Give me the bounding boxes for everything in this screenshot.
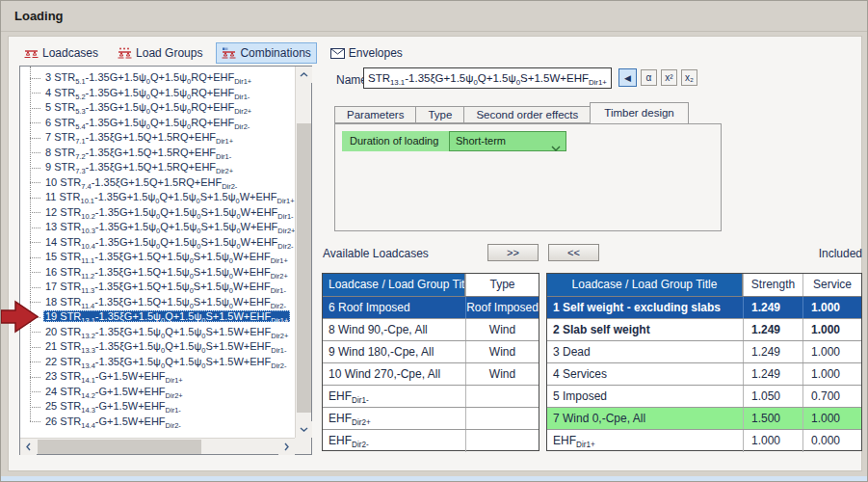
load-groups-icon: [118, 47, 132, 60]
combination-item[interactable]: 22 STR13.4-1.35ξG+1.5ψ0Q+1.5ψ0S+1.5W+EHF…: [20, 355, 295, 370]
included-loadcase-row[interactable]: 7 Wind 0,-Cpe, All1.5001.000: [547, 408, 861, 430]
loadcase-title: 8 Wind 90,-Cpe, All: [323, 319, 465, 340]
scroll-up-icon[interactable]: [296, 67, 312, 83]
scroll-down-icon[interactable]: [296, 421, 312, 438]
column-header-title[interactable]: Loadcase / Load Group Title: [547, 274, 743, 296]
loadcase-type: Wind: [465, 363, 539, 385]
duration-of-loading-value: Short-term: [456, 135, 506, 147]
available-loadcase-row[interactable]: EHFDir2-: [323, 430, 539, 452]
scrollbar-corner: [295, 438, 311, 454]
combination-item[interactable]: 10 STR7.4-1.35ξG+1.5Q+1.5RQ+EHFDir2-: [20, 175, 295, 191]
included-label: Included: [785, 247, 862, 260]
combination-item[interactable]: 23 STR14.1-G+1.5W+EHFDir1+: [20, 369, 295, 385]
combination-item[interactable]: 8 STR7.2-1.35ξG+1.5Q+1.5RQ+EHFDir1-: [20, 146, 295, 161]
column-header-service[interactable]: Service: [802, 274, 861, 296]
view-tab-bar: Loadcases Load Groups Combinations Envel…: [18, 42, 408, 64]
duration-of-loading-select[interactable]: Short-term: [449, 131, 566, 151]
remove-from-combination-button[interactable]: <<: [548, 244, 599, 261]
service-factor: 1.000: [802, 319, 861, 340]
tree-branch-line: [30, 228, 40, 228]
scroll-right-icon[interactable]: [278, 439, 295, 455]
tree-horizontal-scrollbar[interactable]: [20, 438, 295, 454]
combination-item[interactable]: 16 STR11.2-1.35ξG+1.5Q+1.5ψ0S+1.5ψ0W+EHF…: [20, 265, 295, 281]
horizontal-scroll-thumb[interactable]: [38, 440, 201, 454]
window-title: Loading: [14, 9, 64, 23]
loadcase-type: Wind: [465, 319, 539, 340]
combination-item[interactable]: 17 STR11.3-1.35ξG+1.5Q+1.5ψ0S+1.5ψ0W+EHF…: [20, 280, 295, 295]
tree-branch-line: [30, 242, 40, 243]
tree-branch-line: [30, 198, 40, 199]
superscript-button[interactable]: x²: [661, 69, 677, 86]
scroll-left-icon[interactable]: [20, 439, 37, 455]
tab-loadcases[interactable]: Loadcases: [18, 42, 104, 64]
add-to-combination-button[interactable]: >>: [487, 244, 539, 261]
combination-item[interactable]: 3 STR5.1-1.35G+1.5ψ0Q+1.5ψ0RQ+EHFDir1+: [20, 70, 295, 86]
available-table-header: Loadcase / Load Group Title Type: [323, 274, 539, 297]
combination-item[interactable]: 19 STR13.1-1.35ξG+1.5ψ0Q+1.5ψ0S+1.5W+EHF…: [20, 309, 295, 325]
name-input[interactable]: STR13.1-1.35ξG+1.5ψ0Q+1.5ψ0S+1.5W+EHFDir…: [363, 67, 612, 89]
tab-envelopes[interactable]: Envelopes: [325, 42, 408, 64]
combination-item[interactable]: 14 STR10.4-1.35G+1.5ψ0Q+1.5ψ0S+1.5ψ0W+EH…: [20, 235, 295, 251]
combination-item[interactable]: 20 STR13.2-1.35ξG+1.5ψ0Q+1.5ψ0S+1.5W+EHF…: [20, 325, 295, 340]
combination-item[interactable]: 25 STR14.3-G+1.5W+EHFDir1-: [20, 399, 295, 415]
combination-item[interactable]: 6 STR5.4-1.35G+1.5ψ0Q+1.5ψ0RQ+EHFDir2-: [20, 116, 295, 131]
tree-branch-line: [30, 421, 40, 422]
insert-symbol-button[interactable]: ◀: [618, 68, 637, 87]
tab-type[interactable]: Type: [415, 106, 463, 123]
combination-item[interactable]: 26 STR14.4-G+1.5W+EHFDir2-: [20, 415, 295, 430]
included-loadcase-row[interactable]: 1 Self weight - excluding slabs1.2491.00…: [547, 297, 861, 319]
combination-item[interactable]: 24 STR14.2-G+1.5W+EHFDir2+: [20, 385, 295, 400]
combination-item[interactable]: 9 STR7.3-1.35ξG+1.5Q+1.5RQ+EHFDir2+: [20, 160, 295, 175]
tab-combinations[interactable]: Combinations: [216, 42, 316, 64]
strength-factor: 1.249: [743, 363, 802, 385]
included-loadcase-row[interactable]: 4 Services1.2491.000: [547, 363, 861, 386]
tree-branch-line: [30, 78, 40, 79]
available-loadcases-table: Loadcase / Load Group Title Type 6 Roof …: [322, 273, 539, 451]
alpha-button[interactable]: α: [641, 69, 657, 86]
tree-branch-line: [30, 377, 40, 378]
column-header-type[interactable]: Type: [465, 274, 539, 296]
subscript-button[interactable]: x₂: [681, 69, 697, 86]
included-loadcase-row[interactable]: 5 Imposed1.0500.700: [547, 386, 861, 408]
loadcase-title: EHFDir1-: [323, 386, 465, 407]
combination-item[interactable]: 13 STR10.3-1.35G+1.5ψ0Q+1.5ψ0S+1.5ψ0W+EH…: [20, 220, 295, 235]
tree-branch-line: [30, 152, 40, 153]
combination-item[interactable]: 12 STR10.2-1.35G+1.5ψ0Q+1.5ψ0S+1.5ψ0W+EH…: [20, 205, 295, 221]
loadcase-type: [465, 408, 539, 429]
design-tab-bar: Parameters Type Second order effects Tim…: [334, 102, 689, 123]
tab-parameters[interactable]: Parameters: [334, 106, 415, 123]
included-loadcase-row[interactable]: 2 Slab self weight1.2491.000: [547, 319, 861, 341]
tab-timber-design[interactable]: Timber design: [590, 102, 688, 123]
available-loadcase-row[interactable]: 6 Roof ImposedRoof Imposed: [323, 297, 539, 319]
included-loadcase-row[interactable]: 3 Dead1.2491.000: [547, 341, 861, 363]
available-loadcase-row[interactable]: 8 Wind 90,-Cpe, AllWind: [323, 319, 539, 341]
tab-envelopes-label: Envelopes: [349, 46, 403, 60]
chevron-down-icon: [551, 139, 561, 157]
available-loadcase-row[interactable]: 9 Wind 180,-Cpe, AllWind: [323, 341, 539, 363]
combination-item[interactable]: 4 STR5.2-1.35G+1.5ψ0Q+1.5ψ0RQ+EHFDir1-: [20, 86, 295, 101]
loadcase-title: EHFDir1+: [547, 430, 743, 452]
included-loadcase-row[interactable]: EHFDir1+1.0000.000: [547, 430, 861, 452]
combination-item[interactable]: 21 STR13.3-1.35ξG+1.5ψ0Q+1.5ψ0S+1.5W+EHF…: [20, 339, 295, 355]
available-loadcase-row[interactable]: 10 Wind 270,-Cpe, AllWind: [323, 363, 539, 386]
service-factor: 1.000: [802, 297, 861, 318]
tab-load-groups[interactable]: Load Groups: [112, 42, 208, 64]
combination-item[interactable]: 18 STR11.4-1.35ξG+1.5Q+1.5ψ0S+1.5ψ0W+EHF…: [20, 295, 295, 310]
strength-factor: 1.249: [743, 319, 802, 340]
vertical-scroll-thumb[interactable]: [297, 123, 311, 413]
combination-item[interactable]: 11 STR10.1-1.35G+1.5ψ0Q+1.5ψ0S+1.5ψ0W+EH…: [20, 190, 295, 205]
combination-item[interactable]: 5 STR5.3-1.35G+1.5ψ0Q+1.5ψ0RQ+EHFDir2+: [20, 100, 295, 116]
available-loadcase-row[interactable]: EHFDir2+: [323, 408, 539, 430]
service-factor: 1.000: [802, 363, 861, 385]
combination-item[interactable]: 15 STR11.1-1.35ξG+1.5Q+1.5ψ0S+1.5ψ0W+EHF…: [20, 250, 295, 265]
column-header-strength[interactable]: Strength: [743, 274, 802, 296]
tree-branch-line: [30, 257, 40, 258]
combination-item[interactable]: 7 STR7.1-1.35ξG+1.5Q+1.5RQ+EHFDir1+: [20, 130, 295, 146]
tree-vertical-scrollbar[interactable]: [295, 67, 311, 438]
tree-branch-line: [30, 168, 40, 169]
available-loadcase-row[interactable]: EHFDir1-: [323, 386, 539, 408]
column-header-title[interactable]: Loadcase / Load Group Title: [323, 274, 465, 296]
tab-second-order-effects[interactable]: Second order effects: [463, 106, 590, 123]
loadcase-title: 9 Wind 180,-Cpe, All: [323, 341, 465, 362]
tree-branch-line: [30, 362, 40, 362]
